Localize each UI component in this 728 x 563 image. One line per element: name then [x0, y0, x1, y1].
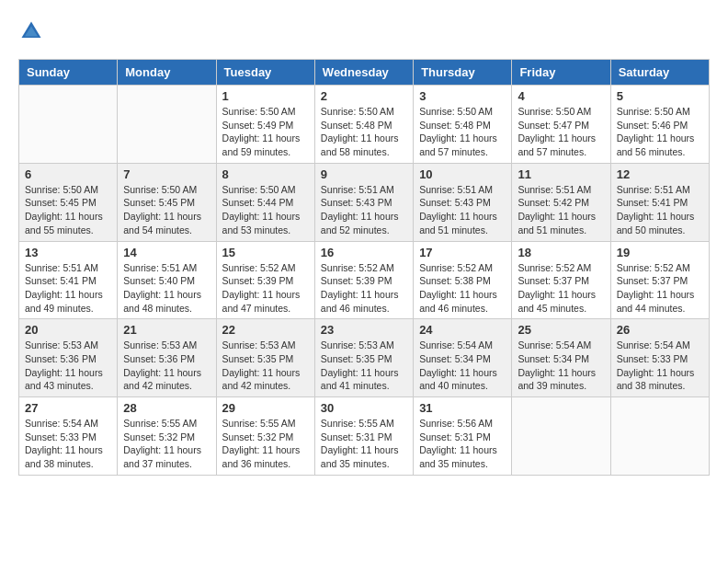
- calendar-cell: 2 Sunrise: 5:50 AMSunset: 5:48 PMDayligh…: [314, 86, 413, 164]
- calendar-week-row: 1 Sunrise: 5:50 AMSunset: 5:49 PMDayligh…: [19, 86, 710, 164]
- day-number: 16: [321, 246, 407, 259]
- day-info: Sunrise: 5:51 AMSunset: 5:41 PMDaylight:…: [25, 261, 111, 316]
- day-info: Sunrise: 5:55 AMSunset: 5:32 PMDaylight:…: [222, 417, 309, 471]
- day-number: 27: [25, 401, 111, 415]
- day-info: Sunrise: 5:53 AMSunset: 5:35 PMDaylight:…: [321, 339, 407, 393]
- calendar-cell: 6 Sunrise: 5:50 AMSunset: 5:45 PMDayligh…: [19, 163, 118, 241]
- weekday-header: Sunday: [19, 60, 118, 86]
- day-number: 12: [617, 167, 703, 181]
- day-number: 5: [617, 89, 703, 103]
- weekday-header: Tuesday: [216, 60, 314, 86]
- day-info: Sunrise: 5:51 AMSunset: 5:43 PMDaylight:…: [321, 183, 407, 237]
- day-info: Sunrise: 5:50 AMSunset: 5:45 PMDaylight:…: [25, 183, 111, 237]
- calendar-cell: 29 Sunrise: 5:55 AMSunset: 5:32 PMDaylig…: [216, 397, 314, 476]
- calendar-cell: 14 Sunrise: 5:51 AMSunset: 5:40 PMDaylig…: [118, 241, 216, 319]
- calendar-cell: 10 Sunrise: 5:51 AMSunset: 5:43 PMDaylig…: [414, 163, 512, 241]
- calendar-cell: 9 Sunrise: 5:51 AMSunset: 5:43 PMDayligh…: [314, 163, 413, 241]
- day-number: 25: [518, 323, 604, 337]
- day-info: Sunrise: 5:52 AMSunset: 5:37 PMDaylight:…: [617, 261, 703, 316]
- day-number: 21: [123, 323, 210, 337]
- day-info: Sunrise: 5:54 AMSunset: 5:34 PMDaylight:…: [419, 339, 506, 393]
- day-number: 1: [222, 89, 309, 103]
- day-info: Sunrise: 5:52 AMSunset: 5:38 PMDaylight:…: [419, 261, 506, 316]
- logo-icon: [18, 18, 44, 44]
- day-number: 26: [617, 323, 703, 337]
- day-info: Sunrise: 5:51 AMSunset: 5:41 PMDaylight:…: [617, 183, 703, 237]
- calendar-cell: 21 Sunrise: 5:53 AMSunset: 5:36 PMDaylig…: [118, 319, 216, 397]
- day-number: 31: [419, 401, 506, 415]
- calendar-cell: 26 Sunrise: 5:54 AMSunset: 5:33 PMDaylig…: [610, 319, 709, 397]
- calendar-cell: [512, 397, 610, 476]
- calendar-cell: 28 Sunrise: 5:55 AMSunset: 5:32 PMDaylig…: [118, 397, 216, 476]
- day-number: 7: [123, 167, 210, 181]
- day-info: Sunrise: 5:52 AMSunset: 5:37 PMDaylight:…: [518, 261, 604, 316]
- day-info: Sunrise: 5:50 AMSunset: 5:49 PMDaylight:…: [222, 105, 309, 159]
- calendar-cell: 17 Sunrise: 5:52 AMSunset: 5:38 PMDaylig…: [414, 241, 512, 319]
- calendar-cell: [118, 86, 216, 164]
- weekday-header: Friday: [512, 60, 610, 86]
- day-info: Sunrise: 5:53 AMSunset: 5:36 PMDaylight:…: [25, 339, 111, 393]
- calendar-cell: 27 Sunrise: 5:54 AMSunset: 5:33 PMDaylig…: [19, 397, 118, 476]
- calendar-week-row: 20 Sunrise: 5:53 AMSunset: 5:36 PMDaylig…: [19, 319, 710, 397]
- day-info: Sunrise: 5:51 AMSunset: 5:43 PMDaylight:…: [419, 183, 506, 237]
- calendar-cell: 30 Sunrise: 5:55 AMSunset: 5:31 PMDaylig…: [314, 397, 413, 476]
- calendar-cell: 3 Sunrise: 5:50 AMSunset: 5:48 PMDayligh…: [414, 86, 512, 164]
- day-number: 10: [419, 167, 506, 181]
- calendar-cell: 16 Sunrise: 5:52 AMSunset: 5:39 PMDaylig…: [314, 241, 413, 319]
- weekday-header: Monday: [118, 60, 216, 86]
- day-info: Sunrise: 5:54 AMSunset: 5:34 PMDaylight:…: [518, 339, 604, 393]
- calendar-cell: 15 Sunrise: 5:52 AMSunset: 5:39 PMDaylig…: [216, 241, 314, 319]
- calendar-cell: 20 Sunrise: 5:53 AMSunset: 5:36 PMDaylig…: [19, 319, 118, 397]
- page-header: [18, 18, 710, 44]
- day-info: Sunrise: 5:50 AMSunset: 5:46 PMDaylight:…: [617, 105, 703, 159]
- day-info: Sunrise: 5:50 AMSunset: 5:47 PMDaylight:…: [518, 105, 604, 159]
- day-info: Sunrise: 5:50 AMSunset: 5:44 PMDaylight:…: [222, 183, 309, 237]
- weekday-header: Thursday: [414, 60, 512, 86]
- calendar-cell: 12 Sunrise: 5:51 AMSunset: 5:41 PMDaylig…: [610, 163, 709, 241]
- day-number: 13: [25, 246, 111, 259]
- day-number: 4: [518, 89, 604, 103]
- weekday-header: Saturday: [610, 60, 709, 86]
- day-info: Sunrise: 5:51 AMSunset: 5:40 PMDaylight:…: [123, 261, 210, 316]
- calendar-cell: 23 Sunrise: 5:53 AMSunset: 5:35 PMDaylig…: [314, 319, 413, 397]
- day-number: 14: [123, 246, 210, 259]
- calendar-cell: [19, 86, 118, 164]
- day-number: 23: [321, 323, 407, 337]
- calendar-cell: 24 Sunrise: 5:54 AMSunset: 5:34 PMDaylig…: [414, 319, 512, 397]
- day-info: Sunrise: 5:50 AMSunset: 5:48 PMDaylight:…: [321, 105, 407, 159]
- logo: [18, 18, 48, 44]
- calendar-week-row: 13 Sunrise: 5:51 AMSunset: 5:41 PMDaylig…: [19, 241, 710, 319]
- calendar-cell: 5 Sunrise: 5:50 AMSunset: 5:46 PMDayligh…: [610, 86, 709, 164]
- calendar-cell: [610, 397, 709, 476]
- day-number: 11: [518, 167, 604, 181]
- day-info: Sunrise: 5:51 AMSunset: 5:42 PMDaylight:…: [518, 183, 604, 237]
- calendar-cell: 19 Sunrise: 5:52 AMSunset: 5:37 PMDaylig…: [610, 241, 709, 319]
- day-info: Sunrise: 5:56 AMSunset: 5:31 PMDaylight:…: [419, 417, 506, 471]
- day-info: Sunrise: 5:53 AMSunset: 5:36 PMDaylight:…: [123, 339, 210, 393]
- calendar-week-row: 6 Sunrise: 5:50 AMSunset: 5:45 PMDayligh…: [19, 163, 710, 241]
- calendar-cell: 13 Sunrise: 5:51 AMSunset: 5:41 PMDaylig…: [19, 241, 118, 319]
- calendar-cell: 25 Sunrise: 5:54 AMSunset: 5:34 PMDaylig…: [512, 319, 610, 397]
- calendar-cell: 8 Sunrise: 5:50 AMSunset: 5:44 PMDayligh…: [216, 163, 314, 241]
- day-number: 9: [321, 167, 407, 181]
- day-info: Sunrise: 5:52 AMSunset: 5:39 PMDaylight:…: [321, 261, 407, 316]
- day-number: 19: [617, 246, 703, 259]
- day-number: 15: [222, 246, 309, 259]
- calendar-cell: 1 Sunrise: 5:50 AMSunset: 5:49 PMDayligh…: [216, 86, 314, 164]
- day-number: 20: [25, 323, 111, 337]
- day-info: Sunrise: 5:53 AMSunset: 5:35 PMDaylight:…: [222, 339, 309, 393]
- day-number: 29: [222, 401, 309, 415]
- weekday-header-row: SundayMondayTuesdayWednesdayThursdayFrid…: [19, 60, 710, 86]
- day-info: Sunrise: 5:50 AMSunset: 5:45 PMDaylight:…: [123, 183, 210, 237]
- calendar-cell: 4 Sunrise: 5:50 AMSunset: 5:47 PMDayligh…: [512, 86, 610, 164]
- day-number: 3: [419, 89, 506, 103]
- day-number: 18: [518, 246, 604, 259]
- day-number: 28: [123, 401, 210, 415]
- calendar-week-row: 27 Sunrise: 5:54 AMSunset: 5:33 PMDaylig…: [19, 397, 710, 476]
- day-number: 8: [222, 167, 309, 181]
- day-number: 2: [321, 89, 407, 103]
- day-info: Sunrise: 5:55 AMSunset: 5:31 PMDaylight:…: [321, 417, 407, 471]
- calendar-cell: 18 Sunrise: 5:52 AMSunset: 5:37 PMDaylig…: [512, 241, 610, 319]
- day-info: Sunrise: 5:55 AMSunset: 5:32 PMDaylight:…: [123, 417, 210, 471]
- day-number: 6: [25, 167, 111, 181]
